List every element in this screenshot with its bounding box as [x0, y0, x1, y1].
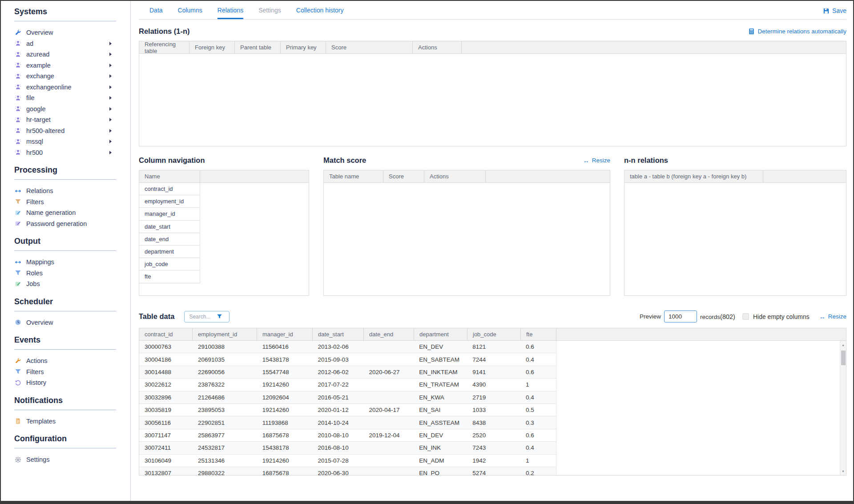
sidebar-item-filters[interactable]: Filters	[14, 367, 130, 378]
column-nav-row[interactable]: date_start	[139, 221, 200, 233]
sidebar-item-exchange[interactable]: exchange	[14, 71, 130, 82]
column-header: job_code	[467, 328, 521, 340]
chevron-right-icon[interactable]	[109, 107, 112, 111]
sidebar-item-label: Password generation	[26, 220, 87, 227]
sidebar-item-mssql[interactable]: mssql	[14, 136, 130, 147]
column-header: Foreign key	[189, 41, 235, 53]
chevron-right-icon[interactable]	[109, 42, 112, 45]
sidebar-item-relations[interactable]: Relations	[14, 185, 130, 197]
sidebar-item-templates[interactable]: Templates	[14, 416, 130, 427]
sidebar-item-google[interactable]: google	[14, 104, 130, 115]
table-cell: 2016-08-10	[313, 442, 364, 454]
table-row[interactable]: 3005611622902851111938682014-10-24EN_ASS…	[139, 416, 556, 429]
sidebar-item-roles[interactable]: Roles	[14, 268, 130, 279]
determine-relations-label: Determine relations automatically	[757, 28, 846, 35]
column-nav-row[interactable]: department	[139, 246, 200, 258]
table-cell: 2015-09-03	[313, 353, 364, 365]
tab-relations[interactable]: Relations	[218, 1, 243, 19]
sidebar-section-title: Output	[14, 237, 116, 251]
chevron-right-icon[interactable]	[109, 151, 112, 154]
scrollbar-up-icon[interactable]: ▲	[840, 342, 846, 348]
chevron-right-icon[interactable]	[109, 74, 112, 78]
sidebar-item-overview[interactable]: Overview	[14, 317, 130, 328]
chevron-right-icon[interactable]	[109, 129, 112, 133]
sidebar-item-actions[interactable]: Actions	[14, 355, 130, 367]
table-cell: 16875678	[257, 467, 313, 476]
scrollbar-down-icon[interactable]: ▼	[840, 468, 846, 474]
table-cell: 30004186	[139, 353, 193, 365]
chevron-right-icon[interactable]	[109, 118, 112, 121]
column-nav-row[interactable]: date_end	[139, 233, 200, 246]
table-row[interactable]: 3007241124532817154381782016-08-10EN_INK…	[139, 442, 556, 454]
table-row[interactable]: 3003289621264686120926042016-05-21EN_KWA…	[139, 391, 556, 404]
sidebar-item-ad[interactable]: ad	[14, 38, 130, 49]
funnel-blue-icon	[14, 368, 22, 375]
table-row[interactable]: 3002261223876322192142602017-07-22EN_TRA…	[139, 379, 556, 391]
sidebar-item-hr-target[interactable]: hr-target	[14, 114, 130, 125]
table-cell: 2520	[467, 429, 520, 441]
sidebar-item-jobs[interactable]: Jobs	[14, 278, 130, 290]
nn-relations-table: table a - table b (foreign key a - forei…	[624, 170, 846, 296]
table-row[interactable]: 3000076329100388115604162013-02-06EN_DEV…	[139, 341, 556, 353]
preview-count-input[interactable]	[664, 310, 697, 323]
sidebar-item-example[interactable]: example	[14, 60, 130, 71]
gear-icon	[14, 456, 22, 463]
table-row[interactable]: 3010604925131346192142602015-07-28EN_ADM…	[139, 455, 556, 467]
column-nav-row[interactable]: manager_id	[139, 208, 200, 220]
sidebar-item-password-generation[interactable]: Password generation	[14, 218, 130, 230]
column-nav-row[interactable]: employment_id	[139, 195, 200, 208]
table-cell: 7244	[467, 353, 520, 365]
table-row[interactable]: 3000418620691035154381782015-09-03EN_SAB…	[139, 353, 556, 366]
vertical-scrollbar[interactable]: ▲ ▼	[840, 341, 846, 475]
sidebar-item-label: google	[26, 105, 46, 113]
sidebar-item-overview[interactable]: Overview	[14, 27, 130, 38]
column-nav-row[interactable]: contract_id	[139, 183, 200, 195]
sidebar-item-mappings[interactable]: Mappings	[14, 257, 130, 268]
tab-settings[interactable]: Settings	[258, 1, 281, 19]
clock-icon	[14, 319, 22, 326]
tab-data[interactable]: Data	[149, 1, 163, 19]
sidebar-item-settings[interactable]: Settings	[14, 454, 130, 465]
chevron-right-icon[interactable]	[109, 140, 112, 143]
sidebar-item-file[interactable]: file	[14, 93, 130, 104]
tab-collection-history[interactable]: Collection history	[296, 1, 344, 19]
table-cell: 15438178	[257, 442, 313, 454]
hide-empty-columns-checkbox[interactable]	[742, 313, 749, 320]
table-row[interactable]: 3013280729880322168756782020-06-30EN_PO5…	[139, 467, 556, 476]
person-icon	[14, 149, 22, 156]
table-cell: 11193868	[257, 416, 313, 428]
sidebar-item-filters[interactable]: Filters	[14, 197, 130, 208]
table-row[interactable]: 3001448822690056155477482012-06-022020-0…	[139, 366, 556, 379]
column-nav-row[interactable]: job_code	[139, 258, 200, 270]
table-row[interactable]: 3007114725863977168756782010-08-102019-1…	[139, 429, 556, 442]
scrollbar-thumb[interactable]	[841, 351, 846, 365]
sidebar-item-name-generation[interactable]: Name generation	[14, 207, 130, 218]
save-button[interactable]: Save	[823, 1, 846, 19]
sidebar-item-label: hr500	[26, 149, 43, 156]
filter-funnel-icon[interactable]	[217, 314, 222, 319]
table-cell: 5274	[467, 467, 520, 476]
chevron-right-icon[interactable]	[109, 96, 112, 100]
tab-columns[interactable]: Columns	[178, 1, 202, 19]
sidebar-item-exchangeonline[interactable]: exchangeonline	[14, 82, 130, 93]
sidebar-item-label: Mappings	[26, 258, 54, 266]
match-score-resize-button[interactable]: ↔ Resize	[583, 157, 610, 164]
table-row[interactable]: 3003581923895053192142602020-01-122020-0…	[139, 404, 556, 416]
sidebar-item-label: Overview	[26, 319, 53, 326]
sidebar-item-history[interactable]: History	[14, 377, 130, 388]
sidebar-item-hr500[interactable]: hr500	[14, 147, 130, 158]
match-score-table: Table nameScoreActions	[323, 170, 610, 296]
sidebar-item-hr500-altered[interactable]: hr500-altered	[14, 125, 130, 137]
sidebar-item-azuread[interactable]: azuread	[14, 49, 130, 60]
table-cell: 1033	[467, 404, 520, 416]
table-data-resize-button[interactable]: ↔ Resize	[819, 313, 846, 320]
chevron-right-icon[interactable]	[109, 52, 112, 56]
search-input[interactable]	[188, 313, 217, 320]
table-cell: 2015-07-28	[313, 455, 364, 467]
determine-relations-button[interactable]: Determine relations automatically	[748, 28, 846, 35]
chevron-right-icon[interactable]	[109, 85, 112, 89]
edit-purple-icon	[14, 220, 22, 227]
column-nav-row[interactable]: fte	[139, 270, 200, 283]
sidebar-section-configuration: ConfigurationSettings	[14, 434, 130, 465]
chevron-right-icon[interactable]	[109, 64, 112, 67]
